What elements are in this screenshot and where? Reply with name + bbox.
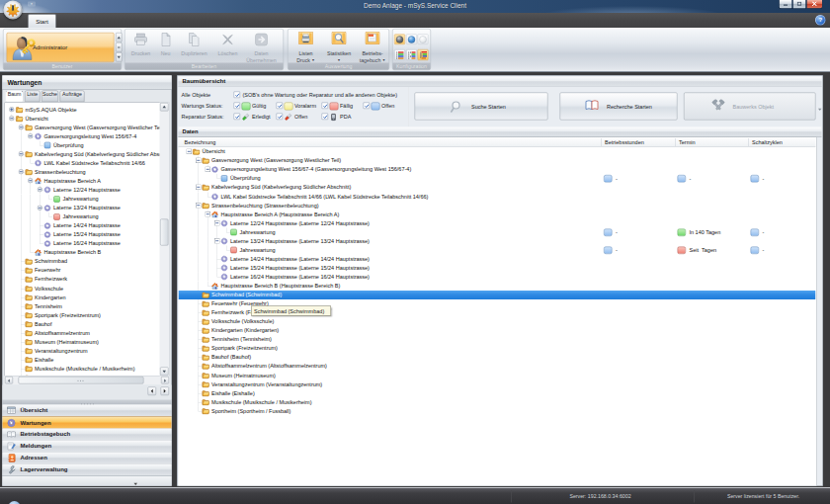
table-row[interactable]: Volksschule (Volksschule) [179, 317, 816, 326]
left-tree-item[interactable]: Kabelverlegung Süd (Kabelverlegung Südli… [5, 150, 170, 159]
table-row[interactable]: Laterne 16/24 Hauptstrasse (Laterne 16/2… [179, 273, 816, 282]
ribbon-button-löschen[interactable]: Löschen [212, 32, 243, 64]
scrollbar-left-button[interactable] [5, 377, 13, 384]
tree-expander-icon[interactable] [37, 187, 42, 193]
filter-checkbox[interactable] [234, 92, 241, 99]
left-tree-item[interactable]: Gasversorgung West (Gasversorgung Westli… [5, 123, 170, 131]
close-button[interactable] [806, 0, 823, 9]
table-row[interactable]: Veranstaltungzentrum (Veranstaltungzentr… [179, 379, 816, 388]
tab-start[interactable]: Start [28, 14, 56, 28]
left-tree-item[interactable]: Laterne 16/24 Hauptstrasse [5, 239, 170, 248]
table-row[interactable]: Museum (Heimatmuseum) [179, 371, 816, 379]
left-tree-item[interactable]: Feuerwehr [5, 266, 170, 275]
nav-item-wartungen[interactable]: Wartungen [3, 417, 172, 429]
table-row[interactable]: LWL Kabel Südstrecke Teilabschnitt 14/66… [179, 192, 816, 201]
maximize-button[interactable] [792, 0, 806, 9]
scrollbar-down-button[interactable] [160, 368, 169, 377]
tree-expander-icon[interactable] [18, 151, 24, 157]
tree-vertical-scrollbar[interactable] [160, 103, 170, 377]
left-tree-item[interactable]: Laterne 14/24 Hauptstrasse [5, 221, 170, 230]
current-user-item[interactable]: Administrator [7, 33, 115, 62]
filter-checkbox[interactable] [277, 114, 284, 121]
table-row[interactable]: Sportpark (Freizeitzentrum) [179, 344, 816, 353]
left-tree-item[interactable]: Tennisheim [5, 301, 170, 310]
scrollbar-right-button[interactable] [161, 377, 169, 384]
config-button-sphere-dark-icon[interactable] [394, 35, 405, 45]
tree-expander-icon[interactable] [9, 107, 15, 113]
table-row[interactable]: Übersicht [179, 147, 816, 156]
user-list-scrollbar[interactable] [116, 33, 123, 62]
scroll-down-icon[interactable] [116, 52, 123, 62]
table-row[interactable]: Tennisheim (Tennisheim) [179, 335, 816, 344]
table-row[interactable]: Eishalle (Eishalle) [179, 388, 816, 397]
left-tree-item[interactable]: Jahreswartung [5, 212, 170, 221]
left-tree-item[interactable]: Sportpark (Freizeitzentrum) [5, 310, 170, 319]
left-tree-item[interactable]: Altstoffsammelzentrum [5, 329, 170, 338]
tree-expander-icon[interactable] [205, 211, 210, 217]
left-tree-item[interactable]: Laterne 12/24 Hauptstrasse [5, 186, 170, 195]
left-tree-item[interactable]: Fernheizwerk [5, 275, 170, 284]
tree-expander-icon[interactable] [214, 238, 220, 244]
tree-horizontal-scrollbar[interactable] [5, 377, 170, 385]
tree-expander-icon[interactable] [214, 220, 220, 226]
table-row[interactable]: Altstoffsammelzentrum (Altstoffsammelzen… [179, 362, 816, 371]
quick-access-toolbar[interactable]: ▾ [28, 2, 36, 7]
left-tree-item[interactable]: Gasversorgungsleitung West 156/67-4 [5, 131, 170, 140]
table-row[interactable]: Jahreswartung - Seit Tagen - [179, 246, 816, 255]
filter-checkbox[interactable] [234, 103, 241, 110]
scrollbar-thumb[interactable] [160, 219, 169, 246]
left-tree-item[interactable]: Bauhof [5, 319, 170, 328]
left-tree-item[interactable]: Jahreswartung [5, 195, 170, 204]
button-suche-starten[interactable]: Suche Starten [415, 93, 548, 121]
table-row[interactable]: Strassenbeleuchtung (Strassenbeleuchtung… [179, 201, 816, 210]
left-tree-item[interactable]: Musikschule (Musikschule / Musikerheim) [5, 365, 170, 374]
table-row[interactable]: Überprüfung - - - [179, 174, 816, 183]
tree-expander-icon[interactable] [18, 125, 24, 130]
tree-expander-icon[interactable] [196, 185, 202, 191]
table-row[interactable]: Sportheim (Sportheim / Fussball) [179, 406, 816, 415]
left-tree-item[interactable]: Laterne 15/24 Hauptstrasse [5, 230, 170, 239]
left-tree-item[interactable]: Veranstaltungzentrum [5, 347, 170, 356]
nav-item-meldungen[interactable]: Meldungen [3, 441, 172, 453]
tree-expander-icon[interactable] [196, 158, 202, 164]
ribbon-button-neu[interactable]: Neu [150, 32, 181, 64]
left-tree-item[interactable]: Hauptstrasse Bereich B [5, 248, 170, 257]
scroll-mid-icon[interactable] [116, 42, 123, 52]
config-button-list-colored-small-icon[interactable] [406, 49, 417, 60]
left-tree-item[interactable]: LWL Kabel Südstrecke Teilabschnitt 14/66 [5, 159, 170, 168]
left-tree-item[interactable]: mSyS.AQUA Objekte [5, 105, 170, 114]
ribbon-button-daten-übernehmen[interactable]: DatenÜbernehmen [242, 32, 282, 64]
ribbon-button-duplizieren[interactable]: Duplizieren [179, 32, 209, 64]
dropdown-caret-icon[interactable] [818, 105, 823, 114]
scroll-up-icon[interactable] [116, 33, 123, 42]
config-button-sphere-gray-icon[interactable] [418, 35, 429, 45]
left-tab-suche[interactable]: Suche [42, 91, 58, 103]
table-row[interactable]: Laterne 12/24 Hauptstrasse (Laterne 12/2… [179, 218, 816, 227]
tree-expander-icon[interactable] [28, 133, 34, 139]
filter-checkbox[interactable] [234, 114, 241, 121]
filter-checkbox[interactable] [364, 103, 371, 110]
column-separator[interactable] [602, 138, 603, 146]
left-tree-item[interactable]: Laterne 13/24 Hauptstrasse [5, 204, 170, 212]
left-tree-item[interactable]: Volksschule [5, 284, 170, 293]
left-tab-baum[interactable]: Baum [6, 91, 24, 103]
table-row[interactable]: Gasversorgung West (Gasversorgung Westli… [179, 156, 816, 165]
history-back-button[interactable] [148, 387, 157, 396]
table-row[interactable]: Laterne 15/24 Hauptstrasse (Laterne 15/2… [179, 264, 816, 273]
tree-expander-icon[interactable] [9, 116, 15, 122]
column-separator[interactable] [676, 138, 677, 146]
minimize-button[interactable] [779, 0, 792, 9]
left-tab-aufträge[interactable]: Aufträge [60, 91, 85, 103]
nav-overflow-strip[interactable] [3, 476, 172, 486]
table-row[interactable]: Hauptstrasse Bereich A (Hauptstrasse Ber… [179, 210, 816, 218]
table-row[interactable]: Kabelverlegung Süd (Kabelverlegung Südli… [179, 183, 816, 192]
ribbon-button-betriebstagebuch[interactable]: Betriebs-tagebuch ▼ [358, 32, 388, 64]
left-tree-item[interactable]: Hauptstrasse Bereich A [5, 177, 170, 186]
tree-expander-icon[interactable] [37, 205, 42, 210]
table-row[interactable]: Hauptstrasse Bereich B (Hauptstrasse Ber… [179, 282, 816, 291]
tree-expander-icon[interactable] [28, 178, 34, 184]
column-header[interactable]: Termin [679, 139, 696, 145]
filter-checkbox[interactable] [277, 103, 284, 110]
nav-item-lagerverwaltung[interactable]: Lagerverwaltung [3, 464, 172, 476]
tree-expander-icon[interactable] [196, 203, 202, 209]
